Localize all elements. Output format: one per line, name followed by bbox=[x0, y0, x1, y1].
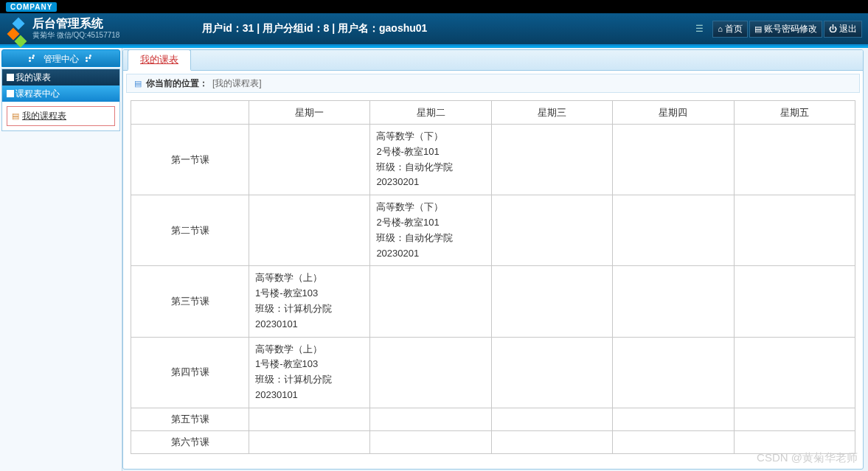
square-icon bbox=[7, 74, 14, 81]
password-label: 账号密码修改 bbox=[764, 23, 817, 35]
user-info: 用户id：31 | 用户分组id：8 | 用户名：gaoshu01 bbox=[202, 22, 427, 35]
doc-icon: ▤ bbox=[134, 79, 142, 88]
schedule-cell bbox=[491, 266, 612, 337]
square-icon bbox=[7, 90, 14, 97]
schedule-cell: 高等数学（下）2号楼-教室101班级：自动化学院20230201 bbox=[370, 125, 491, 195]
schedule-cell bbox=[613, 195, 734, 266]
app-title: 后台管理系统 bbox=[32, 17, 119, 30]
schedule-cell bbox=[613, 430, 734, 453]
app-subtitle: 黄菊华 微信/QQ:45157718 bbox=[32, 30, 119, 41]
dots-icon bbox=[86, 55, 93, 62]
breadcrumb: ▤ 你当前的位置： [我的课程表] bbox=[126, 74, 860, 93]
corner-cell bbox=[131, 101, 249, 125]
tab-bar: 我的课表 bbox=[123, 50, 863, 71]
row-header: 第一节课 bbox=[131, 125, 249, 195]
schedule-cell bbox=[734, 125, 855, 195]
schedule-cell: 高等数学（下）2号楼-教室101班级：自动化学院20230201 bbox=[370, 195, 491, 266]
table-container[interactable]: 星期一 星期二 星期三 星期四 星期五 第一节课高等数学（下）2号楼-教室101… bbox=[123, 96, 863, 469]
breadcrumb-location: [我的课程表] bbox=[212, 77, 262, 90]
schedule-cell bbox=[491, 337, 612, 408]
schedule-cell bbox=[613, 408, 734, 430]
company-badge: COMPANY bbox=[6, 2, 57, 12]
tab-label: 我的课表 bbox=[140, 54, 178, 65]
sidebar-title-label: 管理中心 bbox=[44, 54, 79, 64]
table-row: 第四节课高等数学（上）1号楼-教室103班级：计算机分院20230101 bbox=[131, 337, 855, 408]
schedule-cell bbox=[613, 337, 734, 408]
table-row: 第一节课高等数学（下）2号楼-教室101班级：自动化学院20230201 bbox=[131, 125, 855, 195]
schedule-cell bbox=[491, 408, 612, 430]
col-header: 星期三 bbox=[491, 101, 612, 125]
content-area: 我的课表 ▤ 你当前的位置： [我的课程表] 星期一 星期二 星期三 星期四 星… bbox=[122, 49, 864, 470]
tab-myschedule[interactable]: 我的课表 bbox=[128, 49, 191, 71]
sidebar: 管理中心 我的课表 课程表中心 ▤ 我的课程表 bbox=[0, 48, 122, 471]
schedule-cell bbox=[734, 430, 855, 453]
schedule-cell bbox=[491, 195, 612, 266]
table-header-row: 星期一 星期二 星期三 星期四 星期五 bbox=[131, 101, 855, 125]
sidebar-link-label: 我的课程表 bbox=[22, 110, 66, 122]
logout-button[interactable]: ⏻ 退出 bbox=[824, 21, 862, 38]
panel1-label: 我的课表 bbox=[15, 71, 51, 84]
password-button[interactable]: ▤ 账号密码修改 bbox=[749, 21, 822, 38]
row-header: 第四节课 bbox=[131, 337, 249, 408]
window-topbar: COMPANY bbox=[0, 0, 868, 13]
col-header: 星期二 bbox=[370, 101, 491, 125]
schedule-cell bbox=[734, 266, 855, 337]
table-row: 第二节课高等数学（下）2号楼-教室101班级：自动化学院20230201 bbox=[131, 195, 855, 266]
row-header: 第五节课 bbox=[131, 408, 249, 430]
home-icon: ⌂ bbox=[718, 24, 723, 33]
table-row: 第五节课 bbox=[131, 408, 855, 430]
panel2-label: 课程表中心 bbox=[15, 88, 60, 100]
schedule-cell bbox=[613, 266, 734, 337]
top-actions: ☰ ⌂ 首页 ▤ 账号密码修改 ⏻ 退出 bbox=[692, 21, 868, 38]
app-header: 后台管理系统 黄菊华 微信/QQ:45157718 用户id：31 | 用户分组… bbox=[0, 13, 868, 46]
schedule-cell bbox=[370, 266, 491, 337]
logo-area: 后台管理系统 黄菊华 微信/QQ:45157718 bbox=[0, 17, 128, 41]
schedule-cell bbox=[613, 125, 734, 195]
sidebar-title: 管理中心 bbox=[1, 49, 120, 67]
breadcrumb-label: 你当前的位置： bbox=[146, 77, 208, 90]
row-header: 第二节课 bbox=[131, 195, 249, 266]
schedule-cell bbox=[370, 430, 491, 453]
row-header: 第三节课 bbox=[131, 266, 249, 337]
schedule-cell bbox=[249, 195, 370, 266]
schedule-cell bbox=[370, 337, 491, 408]
menu-toggle-icon[interactable]: ☰ bbox=[692, 21, 706, 36]
sidebar-item-myschedule[interactable]: ▤ 我的课程表 bbox=[7, 106, 115, 126]
logout-label: 退出 bbox=[839, 23, 857, 35]
schedule-table: 星期一 星期二 星期三 星期四 星期五 第一节课高等数学（下）2号楼-教室101… bbox=[131, 100, 855, 454]
schedule-cell bbox=[734, 408, 855, 430]
schedule-cell bbox=[249, 430, 370, 453]
logo-icon bbox=[9, 19, 28, 38]
dots-icon bbox=[29, 55, 36, 62]
sidebar-group-center[interactable]: 课程表中心 bbox=[2, 86, 119, 102]
doc-icon: ▤ bbox=[12, 111, 19, 121]
schedule-cell bbox=[734, 195, 855, 266]
col-header: 星期一 bbox=[249, 101, 370, 125]
table-row: 第六节课 bbox=[131, 430, 855, 453]
col-header: 星期四 bbox=[613, 101, 734, 125]
sidebar-group-schedule[interactable]: 我的课表 bbox=[2, 69, 119, 86]
power-icon: ⏻ bbox=[829, 24, 837, 33]
home-label: 首页 bbox=[725, 23, 743, 35]
schedule-cell bbox=[491, 125, 612, 195]
home-button[interactable]: ⌂ 首页 bbox=[712, 21, 748, 38]
schedule-cell: 高等数学（上）1号楼-教室103班级：计算机分院20230101 bbox=[249, 266, 370, 337]
book-icon: ▤ bbox=[754, 24, 762, 34]
col-header: 星期五 bbox=[734, 101, 855, 125]
table-row: 第三节课高等数学（上）1号楼-教室103班级：计算机分院20230101 bbox=[131, 266, 855, 337]
schedule-cell bbox=[491, 430, 612, 453]
schedule-cell bbox=[370, 408, 491, 430]
row-header: 第六节课 bbox=[131, 430, 249, 453]
schedule-cell bbox=[249, 125, 370, 195]
main-layout: 管理中心 我的课表 课程表中心 ▤ 我的课程表 我的课表 bbox=[0, 46, 868, 471]
sidebar-panel: 我的课表 课程表中心 ▤ 我的课程表 bbox=[1, 69, 120, 131]
schedule-cell: 高等数学（上）1号楼-教室103班级：计算机分院20230101 bbox=[249, 337, 370, 408]
schedule-cell bbox=[249, 408, 370, 430]
schedule-cell bbox=[734, 337, 855, 408]
panel-body: ▤ 我的课程表 bbox=[2, 102, 119, 130]
